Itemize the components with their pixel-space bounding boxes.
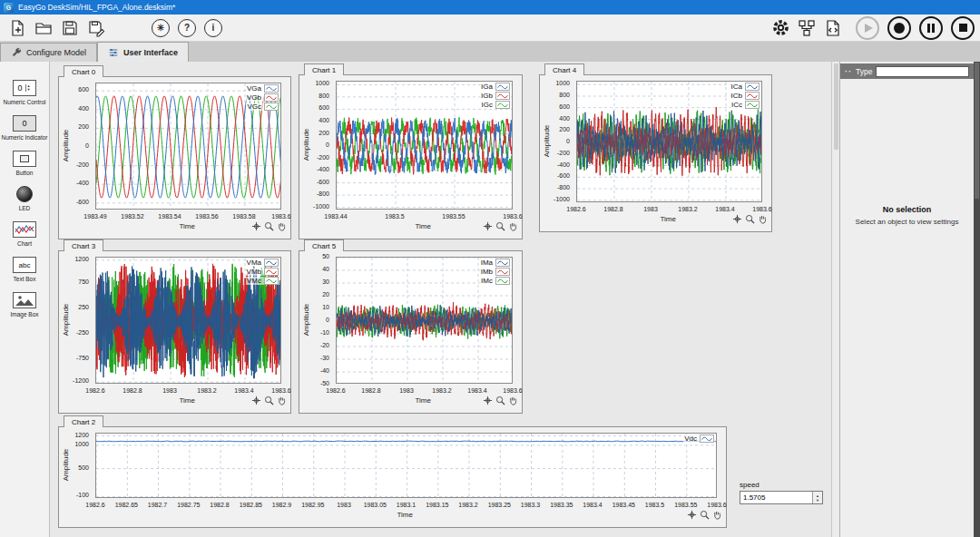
save-button[interactable] [58, 16, 82, 40]
chart-chart-3[interactable]: Chart 3 Amplitude 1200750250-250-750-120… [58, 239, 291, 414]
palette-item-chart[interactable]: Chart [1, 221, 48, 247]
palette-item-image-box[interactable]: Image Box [1, 292, 48, 317]
chart-chart-1[interactable]: Chart 1 Amplitude 10008006004002000-200-… [299, 63, 523, 239]
stop-button[interactable] [951, 16, 975, 40]
code-generation-button[interactable] [821, 16, 845, 40]
plot-area[interactable]: VGaVGbVGc [95, 83, 281, 210]
palette-item-label: Numeric Indicator [2, 134, 48, 141]
pan-tool-icon[interactable] [508, 221, 518, 231]
plot-area[interactable]: IGaIGbIGc [336, 81, 513, 210]
chart-title-tab[interactable]: Chart 3 [64, 239, 103, 251]
legend-item[interactable]: IGc [481, 101, 511, 109]
design-canvas[interactable]: speed ▲▼ Chart 0 Amplitude 6004002000-20… [50, 62, 831, 537]
legend-item[interactable]: ICa [730, 83, 760, 91]
palette-item-label: LED [19, 205, 31, 211]
legend-waveform-icon [495, 83, 510, 91]
pan-tool-icon[interactable] [712, 510, 722, 520]
y-tick-label: -1000 [540, 196, 570, 202]
record-button[interactable] [887, 16, 911, 40]
save-as-button[interactable] [84, 16, 108, 40]
chart-title-tab[interactable]: Chart 2 [64, 415, 103, 427]
legend-waveform-icon [264, 277, 279, 285]
panel-scrollbar[interactable] [974, 62, 980, 537]
plot-area[interactable]: ICaICbICc [576, 81, 762, 202]
chart-chart-5[interactable]: Chart 5 Amplitude 50403020100-10-20-30-4… [299, 239, 523, 414]
speed-label: speed [740, 481, 830, 489]
run-button[interactable] [856, 16, 879, 40]
zoom-tool-icon[interactable] [495, 221, 505, 231]
canvas-scrollbar-thumb[interactable] [834, 63, 838, 150]
legend-item[interactable]: ICc [730, 101, 760, 109]
open-model-button[interactable] [32, 16, 55, 40]
module-configuration-button[interactable] [795, 16, 818, 40]
legend-label: ICb [731, 92, 742, 100]
plot-area[interactable]: VMaVMbVMc [95, 257, 281, 384]
cursor-tool-icon[interactable] [732, 214, 742, 224]
legend-item[interactable]: ICb [730, 92, 760, 100]
preferences-button[interactable]: ✳ [149, 16, 172, 40]
zoom-tool-icon[interactable] [700, 510, 710, 520]
zoom-tool-icon[interactable] [264, 221, 274, 231]
legend-item[interactable]: Vdc [683, 434, 715, 443]
palette-item-numeric-control[interactable]: 0▲▼ Numeric Control [1, 80, 48, 105]
cursor-tool-icon[interactable] [251, 395, 261, 405]
y-tick-label: -30 [299, 355, 329, 361]
canvas-scrollbar[interactable] [831, 62, 839, 537]
palette-item-numeric-indicator[interactable]: 0 Numeric Indicator [1, 115, 48, 141]
cursor-tool-icon[interactable] [483, 221, 493, 231]
panel-scrollbar-thumb[interactable] [975, 63, 979, 199]
y-tick-label: 200 [299, 130, 329, 136]
speed-spinner[interactable]: ▲▼ [812, 492, 822, 503]
legend-label: IMb [481, 268, 493, 276]
panel-drag-handle[interactable]: ·· [845, 67, 852, 76]
legend-item[interactable]: IMb [480, 268, 511, 276]
chart-title-tab[interactable]: Chart 1 [304, 63, 344, 75]
legend-item[interactable]: IGa [480, 83, 511, 91]
pan-tool-icon[interactable] [277, 395, 287, 405]
legend-item[interactable]: IMa [480, 259, 511, 267]
zoom-tool-icon[interactable] [264, 395, 274, 405]
chart-title-tab[interactable]: Chart 0 [64, 65, 103, 77]
palette-item-text-box[interactable]: abc Text Box [1, 257, 48, 282]
cursor-tool-icon[interactable] [483, 395, 493, 405]
tab-user-interface[interactable]: User Interface [97, 42, 189, 62]
speed-input[interactable] [740, 492, 812, 503]
chart-title-tab[interactable]: Chart 5 [304, 239, 344, 251]
legend-item[interactable]: IGb [480, 92, 511, 100]
main-toolbar: ✳ ? i [0, 15, 980, 42]
chart-chart-0[interactable]: Chart 0 Amplitude 6004002000-200-400-600… [58, 65, 291, 239]
chart-chart-4[interactable]: Chart 4 Amplitude 10008006004002000-200-… [539, 63, 772, 232]
legend-item[interactable]: VMc [246, 277, 279, 285]
help-button[interactable]: ? [175, 16, 199, 40]
zoom-tool-icon[interactable] [745, 214, 755, 224]
spinner-down-icon[interactable]: ▼ [816, 498, 819, 503]
chart-frame: Amplitude 10008006004002000-200-400-600-… [299, 74, 523, 239]
legend-item[interactable]: VMa [246, 259, 279, 267]
plot-area[interactable]: Vdc [95, 433, 717, 498]
cursor-tool-icon[interactable] [251, 221, 261, 231]
tab-configure-model[interactable]: Configure Model [0, 43, 97, 62]
palette-item-led[interactable]: LED [1, 186, 48, 211]
settings-button[interactable] [769, 16, 792, 40]
new-model-button[interactable] [5, 16, 29, 40]
legend-item[interactable]: VGc [246, 103, 279, 111]
legend-item[interactable]: VMb [246, 268, 279, 276]
chart-title-tab[interactable]: Chart 4 [544, 63, 584, 75]
palette-item-button[interactable]: Button [1, 151, 48, 176]
pan-tool-icon[interactable] [277, 221, 287, 231]
legend-item[interactable]: VGa [246, 84, 279, 93]
plot-area[interactable]: IMaIMbIMc [336, 257, 513, 384]
zoom-tool-icon[interactable] [495, 395, 505, 405]
pan-tool-icon[interactable] [508, 395, 518, 405]
pause-button[interactable] [919, 16, 943, 40]
chart-chart-2[interactable]: Chart 2 Amplitude 12001000500-1001982.61… [58, 415, 727, 528]
gear-icon [771, 18, 790, 37]
about-button[interactable]: i [201, 16, 225, 40]
y-tick-label: -600 [299, 179, 329, 185]
pan-tool-icon[interactable] [758, 214, 768, 224]
cursor-tool-icon[interactable] [687, 510, 697, 520]
type-search-input[interactable] [876, 66, 969, 77]
legend-item[interactable]: IMc [480, 277, 511, 285]
legend-item[interactable]: VGb [246, 93, 279, 102]
y-tick-label: 600 [299, 104, 329, 111]
